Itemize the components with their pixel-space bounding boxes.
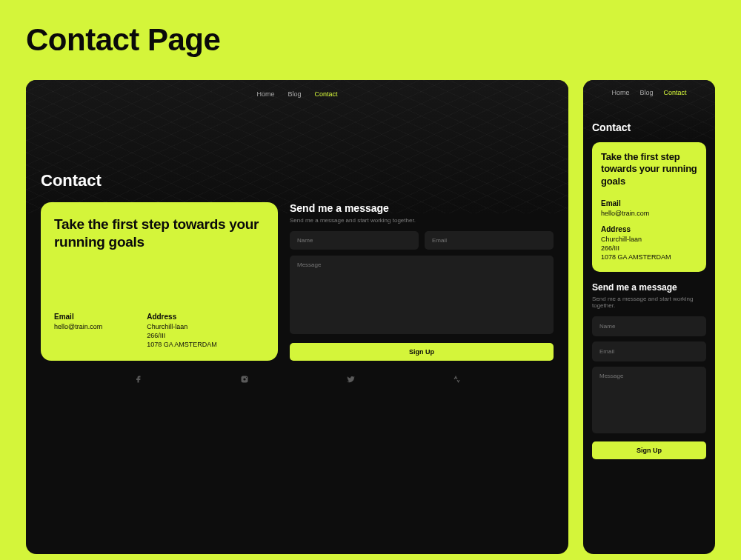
signup-button[interactable]: Sign Up <box>592 441 706 459</box>
form-subtitle: Send me a message and start working toge… <box>290 217 554 224</box>
name-input[interactable] <box>290 231 419 250</box>
svg-point-1 <box>243 378 245 380</box>
address-value: Churchill-laan 266/III 1078 GA AMSTERDAM <box>601 235 697 261</box>
nav-link-blog[interactable]: Blog <box>639 89 653 96</box>
form-title: Send me a message <box>290 202 554 214</box>
message-textarea[interactable] <box>290 256 554 334</box>
nav-link-contact[interactable]: Contact <box>664 89 687 96</box>
address-block: Address Churchill-laan 266/III 1078 GA A… <box>601 225 697 261</box>
form-subtitle: Send me a message and start working toge… <box>592 296 706 309</box>
preview-canvas: Home Blog Contact Contact Take the first… <box>26 80 715 554</box>
nav-link-home[interactable]: Home <box>256 90 274 98</box>
social-row <box>41 361 554 384</box>
email-block: Email hello@train.com <box>54 313 102 349</box>
email-label: Email <box>601 199 697 207</box>
strava-icon[interactable] <box>451 374 462 384</box>
name-input[interactable] <box>592 316 706 336</box>
email-block: Email hello@train.com <box>601 199 697 218</box>
top-nav: Home Blog Contact <box>26 80 568 108</box>
form-title: Send me a message <box>592 282 706 293</box>
message-form-panel: Send me a message Send me a message and … <box>592 282 706 459</box>
top-nav: Home Blog Contact <box>583 80 715 105</box>
email-value: hello@train.com <box>54 322 102 331</box>
desktop-preview-frame: Home Blog Contact Contact Take the first… <box>26 80 568 554</box>
card-title: Take the first step towards your running… <box>54 216 265 251</box>
nav-link-contact[interactable]: Contact <box>315 90 338 98</box>
svg-point-2 <box>246 377 247 378</box>
email-input[interactable] <box>592 341 706 361</box>
contact-info-card: Take the first step towards your running… <box>592 142 706 272</box>
page-title: Contact Page <box>26 22 715 58</box>
message-textarea[interactable] <box>592 367 706 433</box>
mobile-preview-frame: Home Blog Contact Contact Take the first… <box>583 80 715 554</box>
nav-link-home[interactable]: Home <box>611 89 629 96</box>
address-label: Address <box>147 313 217 321</box>
facebook-icon[interactable] <box>133 374 144 384</box>
email-value: hello@train.com <box>601 209 697 218</box>
twitter-icon[interactable] <box>345 374 356 384</box>
card-title: Take the first step towards your running… <box>601 151 697 187</box>
address-label: Address <box>601 225 697 233</box>
email-label: Email <box>54 313 102 321</box>
address-value: Churchill-laan 266/III 1078 GA AMSTERDAM <box>147 322 217 349</box>
instagram-icon[interactable] <box>239 374 250 384</box>
contact-info-card: Take the first step towards your running… <box>41 202 278 361</box>
contact-heading: Contact <box>41 171 554 190</box>
message-form-panel: Send me a message Send me a message and … <box>290 202 554 361</box>
contact-heading: Contact <box>592 121 706 133</box>
nav-link-blog[interactable]: Blog <box>288 90 301 98</box>
email-input[interactable] <box>425 231 554 250</box>
address-block: Address Churchill-laan 266/III 1078 GA A… <box>147 313 217 349</box>
signup-button[interactable]: Sign Up <box>290 343 554 361</box>
